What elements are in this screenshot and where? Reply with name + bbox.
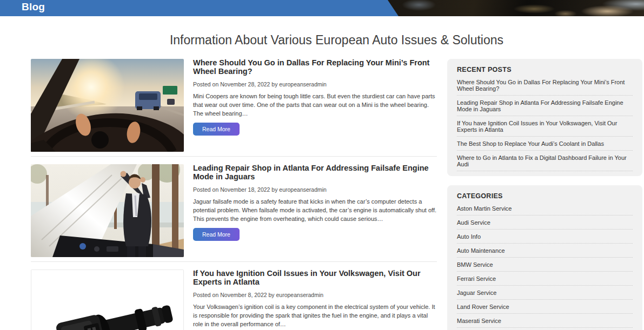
category-link[interactable]: Jaguar Service bbox=[457, 286, 633, 300]
recent-post-link[interactable]: The Best Shop to Replace Your Audi’s Coo… bbox=[457, 137, 633, 151]
category-link[interactable]: Land Rover Service bbox=[457, 300, 633, 314]
category-link[interactable]: Ferrari Service bbox=[457, 272, 633, 286]
driving-pov-illustration bbox=[31, 59, 184, 152]
post-teaser-1: Where Should You Go in Dallas For Replac… bbox=[31, 59, 437, 152]
post-teaser-2: Leading Repair Shop in Atlanta For Addre… bbox=[31, 164, 437, 257]
category-link[interactable]: Auto Info bbox=[457, 230, 633, 244]
man-at-open-hood-illustration bbox=[31, 164, 184, 257]
read-more-button[interactable]: Read More bbox=[193, 228, 240, 241]
recent-post-link[interactable]: Where to Go in Atlanta to Fix a Digital … bbox=[457, 151, 633, 171]
categories-heading: CATEGORIES bbox=[457, 192, 633, 200]
post-divider bbox=[31, 156, 437, 157]
category-link[interactable]: BMW Service bbox=[457, 258, 633, 272]
post-excerpt: Jaguar failsafe mode is a safety feature… bbox=[193, 197, 437, 223]
post-meta: Posted on November 28, 2022 by europeans… bbox=[193, 81, 437, 87]
read-more-button[interactable]: Read More bbox=[193, 123, 240, 136]
post-meta: Posted on November 18, 2022 by europeans… bbox=[193, 186, 437, 193]
blog-page-heading: Blog bbox=[22, 1, 45, 13]
post-teaser-3: If You have Ignition Coil Issues in Your… bbox=[31, 270, 437, 330]
post-title-link[interactable]: Where Should You Go in Dallas For Replac… bbox=[193, 58, 437, 76]
post-thumbnail-driving-pov[interactable] bbox=[31, 59, 184, 152]
recent-post-link[interactable]: Leading Repair Shop in Atlanta For Addre… bbox=[457, 96, 633, 116]
page-title: Information About Various European Auto … bbox=[31, 33, 642, 48]
recent-posts-heading: RECENT POSTS bbox=[457, 66, 633, 73]
recent-post-link[interactable]: Where Should You Go in Dallas For Replac… bbox=[457, 75, 633, 96]
recent-post-link[interactable]: If You have Ignition Coil Issues in Your… bbox=[457, 116, 633, 137]
categories-widget: CATEGORIES Aston Martin Service Audi Ser… bbox=[447, 185, 642, 330]
header-car-photo bbox=[382, 0, 644, 16]
category-link[interactable]: Maserati Service bbox=[457, 314, 633, 328]
posts-column: Where Should You Go in Dallas For Replac… bbox=[31, 59, 437, 330]
post-meta: Posted on November 8, 2022 by europeanse… bbox=[193, 292, 437, 298]
post-excerpt: Mini Coopers are known for being tough l… bbox=[193, 92, 437, 118]
page-container: Information About Various European Auto … bbox=[0, 33, 644, 330]
post-excerpt: Your Volkswagen’s ignition coil is a key… bbox=[193, 302, 437, 328]
recent-posts-widget: RECENT POSTS Where Should You Go in Dall… bbox=[447, 59, 642, 176]
post-thumbnail-ignition-coil[interactable] bbox=[31, 270, 184, 330]
category-link[interactable]: Mercedes Service bbox=[457, 328, 633, 330]
post-divider bbox=[31, 261, 437, 262]
ignition-coil-illustration bbox=[31, 270, 183, 330]
category-link[interactable]: Auto Maintenance bbox=[457, 244, 633, 258]
post-title-link[interactable]: If You have Ignition Coil Issues in Your… bbox=[193, 269, 437, 286]
post-title-link[interactable]: Leading Repair Shop in Atlanta For Addre… bbox=[193, 164, 437, 181]
post-thumbnail-open-hood[interactable] bbox=[31, 164, 184, 257]
category-link[interactable]: Aston Martin Service bbox=[457, 201, 633, 215]
sidebar: RECENT POSTS Where Should You Go in Dall… bbox=[447, 59, 642, 330]
header-bar: Blog bbox=[0, 0, 644, 16]
category-link[interactable]: Audi Service bbox=[457, 215, 633, 230]
